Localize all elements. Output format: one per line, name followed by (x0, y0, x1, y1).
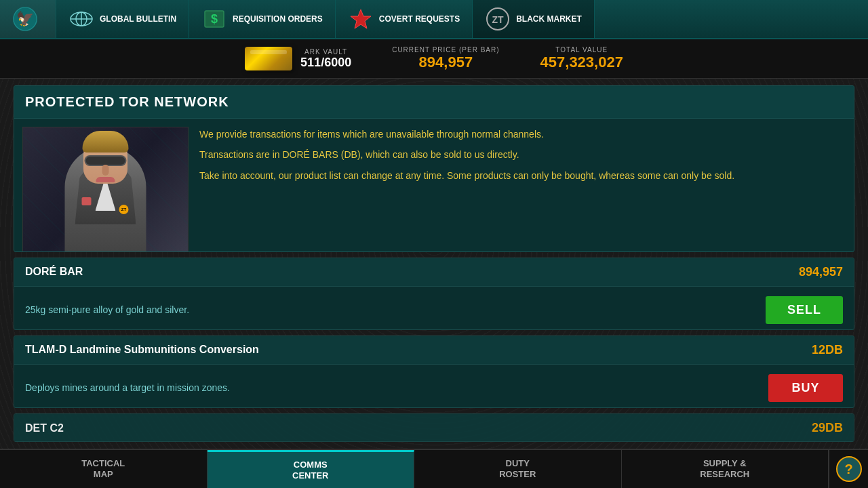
svg-text:🦅: 🦅 (16, 10, 35, 28)
black-market-label: BLACK MARKET (516, 14, 582, 24)
nav-item-requisition-orders[interactable]: $ REQUISITION ORDERS (189, 0, 336, 38)
bottom-navigation: TACTICALMAP COMMSCENTER DUTYROSTER SUPPL… (0, 449, 868, 488)
tor-network-title: PROTECTED TOR NETWORK (25, 94, 229, 109)
ark-vault-info: ARK VAULT 511/6000 (300, 48, 351, 70)
requisition-orders-label: REQUISITION ORDERS (233, 14, 323, 24)
ark-vault-label: ARK VAULT (300, 48, 351, 56)
svg-marker-8 (351, 9, 371, 28)
tor-network-header: PROTECTED TOR NETWORK (14, 86, 854, 119)
product-dore-bar-name: DORÉ BAR (25, 266, 83, 278)
total-value-value: 457,323,027 (540, 54, 623, 71)
product-det-c2-name: DET C2 (25, 422, 64, 434)
nav-item-covert-requests[interactable]: COVERT REQUESTS (336, 0, 473, 38)
bottom-nav-tactical-map[interactable]: TACTICALMAP (0, 450, 208, 488)
product-dore-bar-price: 894,957 (799, 265, 843, 279)
current-price-info: CURRENT PRICE (per bar) 894,957 (392, 46, 499, 71)
svg-text:ZT: ZT (492, 14, 505, 25)
nav-item-black-market[interactable]: ZT BLACK MARKET (473, 0, 595, 38)
eagle-icon: 🦅 (12, 6, 38, 32)
total-value-label: TOTAL VALUE (540, 46, 623, 54)
bottom-nav-comms-center[interactable]: COMMSCENTER (208, 450, 415, 488)
current-price-value: 894,957 (392, 54, 499, 71)
product-tlam-d-body: Deploys mines around a target in mission… (14, 365, 854, 408)
help-icon: ? (844, 462, 852, 477)
total-value-info: TOTAL VALUE 457,323,027 (540, 46, 623, 71)
product-tlam-d-header: TLAM-D Landmine Submunitions Conversion … (14, 336, 854, 365)
product-dore-bar-body: 25kg semi-pure alloy of gold and silver.… (14, 287, 854, 330)
black-market-icon: ZT (485, 6, 511, 32)
gold-bar-display: ARK VAULT 511/6000 (245, 47, 351, 70)
help-section: ? (829, 450, 868, 488)
product-tlam-d: TLAM-D Landmine Submunitions Conversion … (14, 336, 854, 408)
product-tlam-d-price: 12DB (812, 343, 843, 357)
ark-vault-value: 511/6000 (300, 56, 351, 70)
tor-desc-2: Transactions are in DORÉ BARS (DB), whic… (199, 147, 846, 162)
comms-center-label: COMMSCENTER (292, 460, 328, 481)
product-dore-bar-header: DORÉ BAR 894,957 (14, 258, 854, 287)
product-det-c2: DET C2 29DB (14, 413, 854, 442)
tor-network-body: ZT We provide transactions for items whi… (14, 119, 854, 252)
global-bulletin-label: GLOBAL BULLETIN (100, 14, 176, 24)
duty-roster-label: DUTYROSTER (499, 458, 536, 479)
buy-tlam-d-button[interactable]: BUY (768, 374, 843, 402)
svg-text:$: $ (211, 12, 218, 26)
product-tlam-d-name: TLAM-D Landmine Submunitions Conversion (25, 344, 259, 356)
tactical-map-label: TACTICALMAP (81, 458, 125, 479)
main-content: PROTECTED TOR NETWORK (0, 79, 868, 449)
top-navigation: 🦅 GLOBAL BULLETIN $ REQUISITION ORDERS (0, 0, 868, 39)
tor-desc-1: We provide transactions for items which … (199, 127, 846, 142)
supply-research-label: SUPPLY &RESEARCH (700, 458, 749, 479)
product-det-c2-header: DET C2 29DB (14, 414, 854, 442)
covert-requests-icon (348, 6, 374, 32)
current-price-label: CURRENT PRICE (per bar) (392, 46, 499, 54)
covert-requests-label: COVERT REQUESTS (379, 14, 460, 24)
nav-item-home[interactable]: 🦅 (0, 0, 56, 38)
help-button[interactable]: ? (836, 456, 862, 482)
requisition-orders-icon: $ (201, 6, 227, 32)
nav-item-global-bulletin[interactable]: GLOBAL BULLETIN (56, 0, 189, 38)
product-dore-bar-desc: 25kg semi-pure alloy of gold and silver. (25, 304, 766, 315)
product-det-c2-price: 29DB (812, 421, 843, 435)
global-bulletin-icon (68, 6, 94, 32)
product-tlam-d-desc: Deploys mines around a target in mission… (25, 382, 768, 393)
gold-bar-section: ARK VAULT 511/6000 CURRENT PRICE (per ba… (0, 39, 868, 79)
sell-dore-bar-button[interactable]: SELL (766, 296, 843, 324)
bottom-nav-duty-roster[interactable]: DUTYROSTER (414, 450, 622, 488)
product-dore-bar: DORÉ BAR 894,957 25kg semi-pure alloy of… (14, 258, 854, 330)
bottom-nav-supply-research[interactable]: SUPPLY &RESEARCH (622, 450, 829, 488)
tor-network-text: We provide transactions for items which … (199, 127, 846, 252)
tor-network-image: ZT (22, 127, 189, 252)
tor-network-panel: PROTECTED TOR NETWORK (14, 85, 854, 252)
gold-bar-image (245, 47, 292, 70)
tor-desc-3: Take into account, our product list can … (199, 168, 846, 183)
